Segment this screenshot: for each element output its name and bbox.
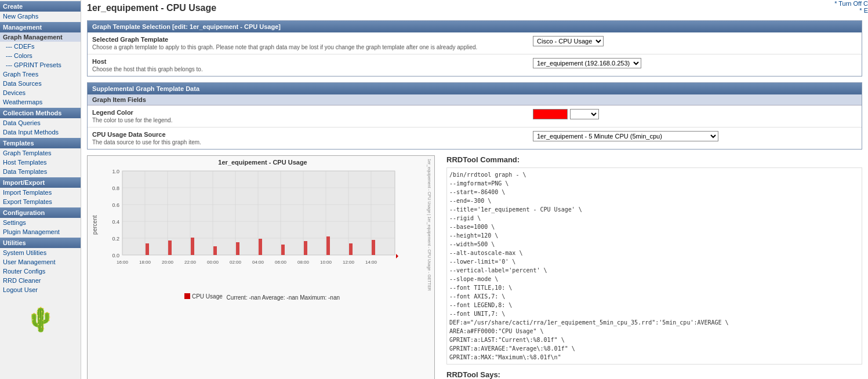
cpu-datasource-select[interactable]: 1er_equipement - 5 Minute CPU (5min_cpu) bbox=[533, 131, 718, 141]
svg-rect-20 bbox=[146, 243, 149, 255]
legend-average-value: -nan bbox=[286, 294, 298, 300]
sidebar-templates-header: Templates bbox=[0, 138, 81, 148]
supplemental-section-header: Supplemental Graph Template Data bbox=[88, 83, 862, 94]
svg-text:0.6: 0.6 bbox=[112, 202, 119, 208]
top-right-buttons: * Turn Off C * E bbox=[834, 0, 868, 14]
svg-text:18:00: 18:00 bbox=[139, 260, 151, 265]
svg-text:0.0: 0.0 bbox=[112, 253, 119, 258]
chart-title: 1er_equipement - CPU Usage bbox=[99, 159, 426, 166]
sidebar-item-data-templates[interactable]: Data Templates bbox=[0, 167, 81, 176]
legend-cpu-label: CPU Usage bbox=[192, 293, 223, 300]
legend-maximum-label: Maximum: bbox=[300, 294, 326, 300]
svg-rect-22 bbox=[191, 238, 194, 255]
legend-color-square bbox=[184, 293, 190, 299]
sidebar-item-data-sources[interactable]: Data Sources bbox=[0, 79, 81, 88]
main-content: * Turn Off C * E 1er_equipement - CPU Us… bbox=[81, 0, 868, 379]
svg-text:08:00: 08:00 bbox=[297, 260, 310, 265]
host-select[interactable]: 1er_equipement (192.168.0.253) bbox=[533, 58, 641, 68]
rrd-command-title: RRDTool Command: bbox=[446, 155, 862, 164]
svg-text:12:00: 12:00 bbox=[343, 260, 355, 265]
sidebar-item-gprint-presets[interactable]: --- GPRINT Presets bbox=[0, 60, 81, 70]
sidebar: Create New Graphs Management Graph Manag… bbox=[0, 0, 81, 379]
sidebar-item-devices[interactable]: Devices bbox=[0, 88, 81, 97]
chart-rrd-section: percent 1er_equipement - CPU Usage bbox=[87, 155, 862, 379]
rrd-section: RRDTool Command: /bin/rrdtool graph - \ … bbox=[446, 155, 862, 379]
host-desc: Choose the host that this graph belongs … bbox=[92, 66, 527, 72]
legend-color-row: Legend Color The color to use for the le… bbox=[88, 105, 862, 127]
legend-color-desc: The color to use for the legend. bbox=[92, 117, 527, 123]
svg-text:0.8: 0.8 bbox=[112, 185, 119, 191]
svg-text:0.4: 0.4 bbox=[112, 219, 119, 225]
sidebar-item-plugin-management[interactable]: Plugin Management bbox=[0, 227, 81, 236]
supplemental-section-box: Supplemental Graph Template Data Graph I… bbox=[87, 82, 862, 150]
legend-color-select[interactable] bbox=[570, 109, 599, 119]
sidebar-item-data-input-methods[interactable]: Data Input Methods bbox=[0, 127, 81, 137]
host-row: Host Choose the host that this graph bel… bbox=[88, 54, 862, 76]
legend-color-box bbox=[533, 109, 568, 119]
svg-text:1.0: 1.0 bbox=[112, 169, 119, 174]
sidebar-utilities-header: Utilities bbox=[0, 238, 81, 248]
sidebar-item-graph-templates[interactable]: Graph Templates bbox=[0, 148, 81, 158]
svg-rect-26 bbox=[281, 245, 285, 255]
sidebar-item-system-utilities[interactable]: System Utilities bbox=[0, 248, 81, 257]
sidebar-management-header: Management bbox=[0, 22, 81, 32]
svg-marker-49 bbox=[396, 254, 398, 258]
legend-color-label: Legend Color bbox=[92, 109, 527, 116]
sidebar-collection-methods-header: Collection Methods bbox=[0, 108, 81, 118]
sidebar-item-rrd-cleaner[interactable]: RRD Cleaner bbox=[0, 276, 81, 285]
selected-graph-template-desc: Choose a graph template to apply to this… bbox=[92, 44, 527, 50]
chart-legend: CPU Usage Current: -nan Average: -nan Ma… bbox=[90, 293, 431, 301]
host-label: Host bbox=[92, 58, 527, 65]
graph-template-select[interactable]: Cisco - CPU Usage bbox=[533, 36, 604, 46]
sidebar-item-cdefs[interactable]: --- CDEFs bbox=[0, 42, 81, 51]
sidebar-item-weathermaps[interactable]: Weathermaps bbox=[0, 97, 81, 107]
svg-text:20:00: 20:00 bbox=[162, 260, 174, 265]
sidebar-item-graph-trees[interactable]: Graph Trees bbox=[0, 70, 81, 79]
turn-off-link[interactable]: * Turn Off C bbox=[834, 0, 868, 7]
chart-svg: 1.0 0.8 0.6 0.4 0.2 0.0 16:00 18:00 20:0… bbox=[99, 168, 412, 272]
svg-rect-25 bbox=[259, 239, 262, 255]
sidebar-item-export-templates[interactable]: Export Templates bbox=[0, 197, 81, 206]
sidebar-item-router-configs[interactable]: Router Configs bbox=[0, 267, 81, 276]
chart-svg-wrapper: percent 1er_equipement - CPU Usage bbox=[90, 159, 431, 291]
graph-item-fields-header: Graph Item Fields bbox=[88, 94, 862, 105]
selected-graph-template-label: Selected Graph Template bbox=[92, 36, 527, 43]
sidebar-import-export-header: Import/Export bbox=[0, 177, 81, 188]
page-title: 1er_equipement - CPU Usage bbox=[87, 3, 862, 16]
sidebar-item-import-templates[interactable]: Import Templates bbox=[0, 188, 81, 197]
legend-current-value: -nan bbox=[249, 294, 260, 300]
cpu-datasource-row: CPU Usage Data Source The data source to… bbox=[88, 127, 862, 149]
cpu-datasource-label: CPU Usage Data Source bbox=[92, 131, 527, 138]
svg-text:06:00: 06:00 bbox=[275, 260, 287, 265]
svg-rect-27 bbox=[304, 241, 307, 255]
legend-maximum-value: -nan bbox=[328, 294, 340, 300]
chart-y-axis-label: percent bbox=[90, 159, 99, 291]
graph-template-selection-box: Graph Template Selection [edit: 1er_equi… bbox=[87, 20, 862, 76]
svg-rect-28 bbox=[326, 236, 330, 255]
svg-text:16:00: 16:00 bbox=[117, 260, 129, 265]
sidebar-item-settings[interactable]: Settings bbox=[0, 218, 81, 227]
sidebar-item-colors[interactable]: --- Colors bbox=[0, 51, 81, 60]
rrd-says-title: RRDTool Says: bbox=[446, 370, 862, 379]
edit-link[interactable]: * E bbox=[834, 7, 868, 14]
sidebar-item-logout-user[interactable]: Logout User bbox=[0, 285, 81, 294]
legend-current-label: Current: bbox=[227, 294, 248, 300]
svg-text:02:00: 02:00 bbox=[230, 260, 242, 265]
svg-rect-21 bbox=[168, 240, 172, 255]
svg-text:10:00: 10:00 bbox=[320, 260, 332, 265]
sidebar-item-host-templates[interactable]: Host Templates bbox=[0, 158, 81, 167]
chart-container: percent 1er_equipement - CPU Usage bbox=[87, 155, 435, 379]
svg-text:14:00: 14:00 bbox=[365, 260, 377, 265]
sidebar-item-data-queries[interactable]: Data Queries bbox=[0, 118, 81, 127]
svg-text:00:00: 00:00 bbox=[207, 260, 219, 265]
sidebar-item-new-graphs[interactable]: New Graphs bbox=[0, 12, 81, 21]
svg-text:04:00: 04:00 bbox=[252, 260, 264, 265]
chart-svg-area: 1er_equipement - CPU Usage bbox=[99, 159, 426, 291]
svg-text:0.2: 0.2 bbox=[112, 236, 119, 242]
chart-right-labels: 1er_equipement - CPU Usage | 1er_equipem… bbox=[426, 159, 431, 291]
sidebar-configuration-header: Configuration bbox=[0, 207, 81, 218]
sidebar-create-header: Create bbox=[0, 1, 81, 12]
sidebar-item-user-management[interactable]: User Management bbox=[0, 257, 81, 267]
svg-rect-30 bbox=[372, 240, 375, 255]
svg-rect-23 bbox=[213, 246, 217, 255]
